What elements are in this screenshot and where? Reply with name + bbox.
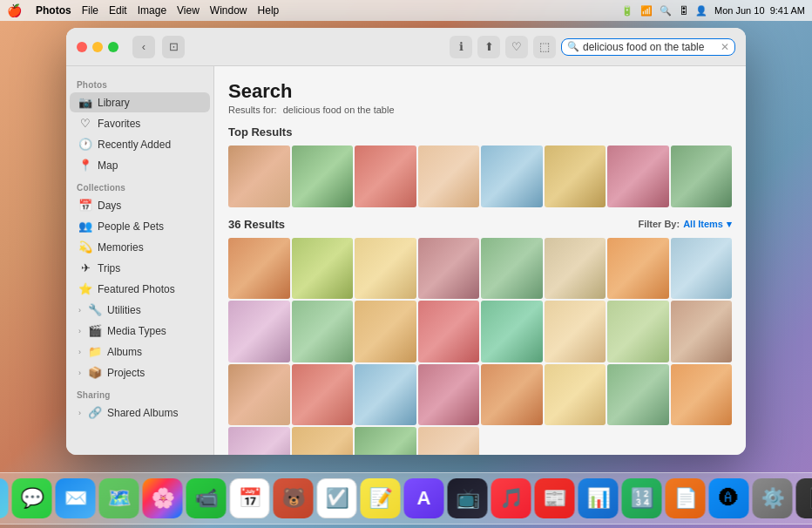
result-photo-10[interactable] <box>292 301 354 362</box>
back-button[interactable]: ‹ <box>132 36 155 58</box>
sidebar-item-projects[interactable]: › 📦 Projects <box>70 362 210 382</box>
dock-music[interactable]: 🎵 <box>491 478 531 518</box>
result-photo-14[interactable] <box>545 301 606 362</box>
minimize-button[interactable] <box>92 42 103 52</box>
sidebar-item-people-pets[interactable]: 👥 People & Pets <box>70 216 210 236</box>
sidebar-item-albums[interactable]: › 📁 Albums <box>70 342 210 362</box>
result-photo-3[interactable] <box>355 238 416 300</box>
dock-mail[interactable]: ✉️ <box>56 478 96 518</box>
sidebar-sharing-label: Sharing <box>66 383 213 402</box>
result-photo-9[interactable] <box>228 301 290 362</box>
dock-reminders[interactable]: ☑️ <box>317 478 357 518</box>
filter-chevron-icon[interactable]: ▾ <box>727 219 732 230</box>
heart-button[interactable]: ♡ <box>505 36 528 58</box>
dock-maps[interactable]: 🗺️ <box>99 478 139 518</box>
menu-help[interactable]: Help <box>258 4 280 17</box>
result-photo-28[interactable] <box>418 427 480 455</box>
result-photo-16[interactable] <box>671 301 733 362</box>
top-photo-6[interactable] <box>545 146 606 207</box>
dock-numbers[interactable]: 🔢 <box>622 478 662 518</box>
dock-news[interactable]: 📰 <box>535 478 575 518</box>
sidebar-item-favorites[interactable]: ♡ Favorites <box>70 113 210 133</box>
info-button[interactable]: ℹ <box>450 36 472 58</box>
result-photo-22[interactable] <box>545 364 606 426</box>
sidebar-item-utilities[interactable]: › 🔧 Utilities <box>70 300 210 320</box>
result-photo-27[interactable] <box>355 427 416 455</box>
dock-photos[interactable]: 🌸 <box>143 478 183 518</box>
menu-file[interactable]: File <box>82 4 98 17</box>
top-photo-8[interactable] <box>671 146 733 207</box>
top-photo-3[interactable] <box>355 146 416 207</box>
result-photo-26[interactable] <box>292 427 354 455</box>
result-photo-20[interactable] <box>418 364 480 426</box>
sidebar-item-memories[interactable]: 💫 Memories <box>70 237 210 257</box>
result-photo-8[interactable] <box>671 238 733 300</box>
dock-appletv[interactable]: 📺 <box>448 478 488 518</box>
menu-image[interactable]: Image <box>138 4 166 17</box>
sidebar-item-library[interactable]: 📷 Library <box>70 92 210 112</box>
result-photo-5[interactable] <box>481 238 543 300</box>
dock-safari[interactable]: 🧭 <box>0 478 9 518</box>
close-button[interactable] <box>77 42 87 52</box>
clear-search-button[interactable]: ✕ <box>721 41 729 53</box>
sidebar-item-map[interactable]: 📍 Map <box>70 155 210 175</box>
top-photo-1[interactable] <box>228 146 290 207</box>
result-photo-6[interactable] <box>545 238 606 300</box>
share-button[interactable]: ⬆ <box>477 36 500 58</box>
search-menubar-icon[interactable]: 🔍 <box>660 5 672 17</box>
result-photo-1[interactable] <box>228 238 290 300</box>
search-input[interactable] <box>583 41 717 53</box>
top-photo-7[interactable] <box>607 146 669 207</box>
result-photo-21[interactable] <box>481 364 543 426</box>
result-photo-17[interactable] <box>228 364 290 426</box>
sidebar-item-label-days: Days <box>98 200 121 212</box>
top-photo-2[interactable] <box>292 146 354 207</box>
menu-edit[interactable]: Edit <box>109 4 127 17</box>
result-photo-2[interactable] <box>292 238 354 300</box>
dock: 🚀 🧭 💬 ✉️ 🗺️ 🌸 📹 📅 🐻 ☑️ 📝 A 📺 🎵 📰 📊 <box>0 472 812 525</box>
dock-pages[interactable]: 📄 <box>666 478 706 518</box>
menu-window[interactable]: Window <box>210 4 247 17</box>
result-photo-15[interactable] <box>607 301 669 362</box>
top-photo-4[interactable] <box>418 146 480 207</box>
library-icon: 📷 <box>78 96 92 109</box>
dock-iphone-mirroring[interactable]: 📱 <box>796 478 813 518</box>
top-photo-5[interactable] <box>481 146 543 207</box>
menu-photos[interactable]: Photos <box>36 4 71 17</box>
dock-arc[interactable]: A <box>404 478 444 518</box>
dock-appstore[interactable]: 🅐 <box>709 478 749 518</box>
result-photo-18[interactable] <box>292 364 354 426</box>
dock-notes[interactable]: 📝 <box>361 478 401 518</box>
layout-button[interactable]: ⊡ <box>162 36 185 58</box>
result-photo-23[interactable] <box>607 364 669 426</box>
control-center-icon[interactable]: 🎛 <box>679 5 688 16</box>
menu-view[interactable]: View <box>177 4 200 17</box>
result-photo-7[interactable] <box>607 238 669 300</box>
window-body: Photos 📷 Library ♡ Favorites 🕐 Recently … <box>66 66 746 455</box>
result-photo-24[interactable] <box>671 364 733 426</box>
fullscreen-button[interactable] <box>108 42 118 52</box>
trash-button[interactable]: ⬚ <box>533 36 556 58</box>
result-photo-25[interactable] <box>228 427 290 455</box>
dock-bear[interactable]: 🐻 <box>274 478 314 518</box>
search-bar[interactable]: 🔍 ✕ <box>561 38 735 56</box>
dock-messages[interactable]: 💬 <box>12 478 52 518</box>
dock-keynote[interactable]: 📊 <box>579 478 619 518</box>
sidebar-item-days[interactable]: 📅 Days <box>70 195 210 215</box>
sidebar-item-recently-added[interactable]: 🕐 Recently Added <box>70 134 210 154</box>
filter-value[interactable]: All Items <box>683 219 723 229</box>
result-photo-4[interactable] <box>418 238 480 300</box>
sidebar-item-shared-albums[interactable]: › 🔗 Shared Albums <box>70 403 210 423</box>
dock-systemprefs[interactable]: ⚙️ <box>753 478 793 518</box>
result-photo-11[interactable] <box>355 301 416 362</box>
apple-menu[interactable]: 🍎 <box>7 3 22 17</box>
dock-facetime[interactable]: 📹 <box>186 478 227 518</box>
result-photo-12[interactable] <box>418 301 480 362</box>
sidebar-item-label-projects: Projects <box>107 367 145 379</box>
sidebar-item-media-types[interactable]: › 🎬 Media Types <box>70 321 210 341</box>
result-photo-13[interactable] <box>481 301 543 362</box>
dock-calendar[interactable]: 📅 <box>230 478 270 518</box>
result-photo-19[interactable] <box>355 364 416 426</box>
sidebar-item-trips[interactable]: ✈ Trips <box>70 258 210 278</box>
sidebar-item-featured[interactable]: ⭐ Featured Photos <box>70 279 210 299</box>
